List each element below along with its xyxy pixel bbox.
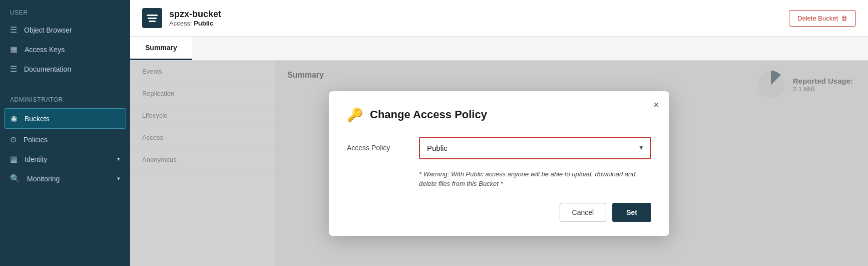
- documentation-icon: ☰: [10, 64, 17, 74]
- key-icon: 🔑: [347, 107, 363, 123]
- delete-label: Delete Bucket: [797, 15, 838, 22]
- access-keys-icon: ▦: [10, 45, 18, 54]
- sidebar-item-buckets[interactable]: ◉ Buckets: [4, 108, 126, 129]
- bucket-details: spzx-bucket Access: Public: [169, 9, 221, 27]
- sidebar-item-label: Buckets: [25, 115, 50, 123]
- policies-icon: ⊙: [10, 135, 17, 144]
- page-header: spzx-bucket Access: Public Delete Bucket…: [130, 0, 868, 37]
- access-label: Access:: [169, 20, 192, 27]
- modal-overlay: × 🔑 Change Access Policy Access Policy P…: [130, 61, 868, 266]
- buckets-icon: ◉: [11, 114, 18, 123]
- identity-icon: ▦: [10, 154, 18, 164]
- tab-summary[interactable]: Summary: [130, 37, 192, 60]
- sidebar-item-label: Access Keys: [25, 46, 65, 54]
- modal-field: Access Policy Private Public Custom ▼: [347, 137, 651, 159]
- sidebar-item-label: Identity: [25, 155, 47, 163]
- admin-section-title: Administrator: [0, 87, 130, 107]
- identity-chevron-icon: ▾: [117, 156, 120, 162]
- sidebar-item-access-keys[interactable]: ▦ Access Keys: [0, 40, 130, 59]
- sidebar-item-monitoring[interactable]: 🔍 Monitoring ▾: [0, 169, 130, 188]
- sidebar-item-identity[interactable]: ▦ Identity ▾: [0, 149, 130, 169]
- tab-nav: Summary: [130, 37, 868, 61]
- sidebar-item-documentation[interactable]: ☰ Documentation: [0, 59, 130, 79]
- sidebar-item-object-browser[interactable]: ☰ Object Browser: [0, 20, 130, 40]
- cancel-button[interactable]: Cancel: [560, 203, 607, 222]
- modal-close-button[interactable]: ×: [653, 99, 659, 111]
- sidebar-item-label: Object Browser: [24, 26, 72, 34]
- access-policy-label: Access Policy: [347, 144, 407, 152]
- access-value: Public: [194, 20, 213, 27]
- trash-icon: 🗑: [841, 15, 847, 22]
- main-content: spzx-bucket Access: Public Delete Bucket…: [130, 0, 868, 266]
- monitoring-chevron-icon: ▾: [117, 175, 120, 182]
- modal-actions: Cancel Set: [347, 203, 651, 222]
- content-area: Events Replication Lifecycle Access Anon…: [130, 61, 868, 266]
- modal-title: 🔑 Change Access Policy: [347, 107, 651, 123]
- sidebar-divider: [0, 83, 130, 83]
- change-access-policy-modal: × 🔑 Change Access Policy Access Policy P…: [329, 91, 669, 236]
- monitoring-icon: 🔍: [10, 174, 20, 183]
- bucket-icon: [142, 8, 162, 28]
- sidebar-item-policies[interactable]: ⊙ Policies: [0, 130, 130, 149]
- user-section-title: User: [0, 0, 130, 20]
- delete-bucket-button[interactable]: Delete Bucket 🗑: [789, 10, 856, 27]
- set-button[interactable]: Set: [612, 203, 651, 222]
- access-policy-select-wrapper: Private Public Custom ▼: [419, 137, 651, 159]
- sidebar-item-label: Documentation: [24, 65, 71, 73]
- bucket-access: Access: Public: [169, 20, 221, 27]
- bucket-name: spzx-bucket: [169, 9, 221, 20]
- sidebar: User ☰ Object Browser ▦ Access Keys ☰ Do…: [0, 0, 130, 266]
- sidebar-item-label: Monitoring: [27, 175, 60, 183]
- modal-warning: * Warning: With Public access anyone wil…: [419, 169, 651, 189]
- access-policy-select[interactable]: Private Public Custom: [419, 137, 651, 159]
- header-actions: Delete Bucket 🗑: [789, 10, 856, 27]
- bucket-info: spzx-bucket Access: Public: [142, 8, 221, 28]
- sidebar-item-label: Policies: [24, 136, 48, 144]
- object-browser-icon: ☰: [10, 25, 17, 35]
